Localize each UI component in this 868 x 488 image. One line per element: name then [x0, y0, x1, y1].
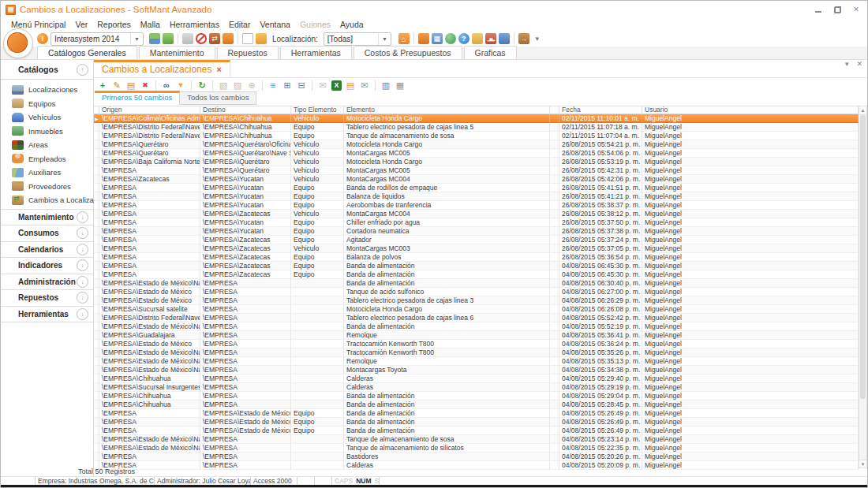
sidebar-item[interactable]: Vehículos — [1, 110, 93, 125]
close-button[interactable]: × — [851, 5, 861, 14]
table-row[interactable]: \EMPRESA\Zacatecas \EMPRESA\Yucatan Vehi… — [94, 175, 859, 184]
grid-toolbar-icon[interactable] — [268, 80, 279, 91]
column-header[interactable]: Destino — [200, 106, 291, 114]
menu-item[interactable]: Guiones — [296, 19, 335, 30]
toolbar-icon[interactable] — [418, 33, 429, 44]
table-row[interactable]: \EMPRESA \EMPRESA\Estado de México\N... … — [94, 418, 859, 427]
grid-toolbar-icon[interactable] — [161, 80, 172, 91]
chevron-down-icon[interactable]: ▼ — [130, 33, 143, 45]
grid-toolbar-icon[interactable] — [191, 80, 192, 91]
toolbar-icon[interactable] — [472, 33, 483, 44]
menu-item[interactable]: Malla — [137, 19, 164, 30]
table-row[interactable]: \EMPRESA \EMPRESA\Zacatecas Equipo Banda… — [94, 262, 859, 270]
grid-toolbar-icon[interactable] — [140, 80, 151, 91]
grid-toolbar-icon[interactable] — [246, 80, 257, 91]
menu-item[interactable]: Ayuda — [336, 19, 368, 30]
toolbar-icon[interactable] — [178, 33, 178, 44]
menu-item[interactable]: Editar — [225, 19, 254, 30]
grid-toolbar-icon[interactable] — [312, 80, 312, 91]
table-row[interactable]: \EMPRESA \EMPRESA\Zacatecas Equipo Balan… — [94, 253, 859, 262]
column-header[interactable]: Fecha — [559, 106, 642, 114]
table-row[interactable]: \EMPRESA \EMPRESA\Yucatan Equipo Chiller… — [94, 218, 859, 227]
grid-toolbar-icon[interactable] — [97, 80, 108, 91]
toolbar-icon[interactable] — [458, 33, 470, 44]
toolbar-icon[interactable] — [485, 33, 496, 44]
table-row[interactable]: \EMPRESA \EMPRESA\Zacatecas Vehiculo Mon… — [94, 210, 859, 218]
grid-toolbar-icon[interactable] — [359, 80, 370, 91]
expand-down-icon[interactable]: ↓ — [77, 292, 88, 304]
table-row[interactable]: \EMPRESA\Estado de México \EMPRESA Tanqu… — [94, 288, 859, 296]
table-row[interactable]: \EMPRESA\Estado de México \EMPRESA Table… — [94, 296, 859, 305]
table-header[interactable]: Origen Destino Tipo Elemento Elemento Fe… — [94, 106, 859, 114]
grid-toolbar-icon[interactable] — [380, 80, 391, 91]
sidebar-section[interactable]: Repuestos ↓ — [1, 289, 93, 306]
toolbar-icon[interactable] — [149, 33, 160, 44]
toolbar-icon[interactable] — [196, 33, 207, 44]
minimize-button[interactable] — [814, 5, 823, 14]
grid-toolbar-icon[interactable] — [212, 80, 213, 91]
toolbar-icon[interactable] — [413, 33, 414, 44]
grid-toolbar-icon[interactable] — [296, 80, 307, 91]
toolbar-icon[interactable] — [242, 33, 253, 44]
table-row[interactable]: \EMPRESA\Chihuahua \EMPRESA Banda de ali… — [94, 392, 859, 400]
table-row[interactable]: \EMPRESA\Estado de México\Nave produ... … — [94, 322, 859, 331]
column-header[interactable]: Origen — [99, 106, 200, 114]
sidebar-item[interactable]: Cambios a Localizaciones — [1, 193, 93, 207]
column-header[interactable]: Tipo Elemento — [291, 106, 344, 114]
ribbon-tab[interactable]: Repuestos — [217, 46, 279, 59]
table-row[interactable]: \EMPRESA \EMPRESA\Yucatan Equipo Banda d… — [94, 184, 859, 192]
table-row[interactable]: \EMPRESA\Guadalajara \EMPRESA Remolque 0… — [94, 331, 859, 340]
toolbar-icon[interactable] — [209, 33, 220, 44]
document-tab[interactable]: Cambios a Localizaciones × — [94, 60, 230, 76]
table-row[interactable]: \EMPRESA \EMPRESA\Yucatan Equipo Cortado… — [94, 227, 859, 236]
table-row[interactable]: \EMPRESA \EMPRESA\Zacatecas Vehiculo Mon… — [94, 244, 859, 253]
table-row[interactable]: \EMPRESA\Estado de México\Nave produ... … — [94, 444, 859, 453]
toolbar-icon[interactable] — [432, 33, 443, 44]
table-row[interactable]: \EMPRESA\Distrito Federal\Nave Distrito … — [94, 132, 859, 140]
collapse-up-icon[interactable]: ↑ — [77, 64, 88, 76]
table-row[interactable]: \EMPRESA\Baja California Norte\Oficinas … — [94, 158, 859, 166]
scrollbar-thumb[interactable] — [860, 115, 866, 399]
toolbar-icon[interactable] — [445, 33, 456, 44]
grid-toolbar-icon[interactable] — [395, 80, 406, 91]
sidebar-item[interactable]: Inmuebles — [1, 125, 93, 139]
expand-down-icon[interactable]: ↓ — [77, 211, 88, 223]
grid-toolbar-icon[interactable] — [175, 80, 186, 91]
scroll-up-icon[interactable]: ▲ — [859, 106, 866, 115]
toolbar-icon[interactable] — [163, 33, 174, 44]
column-header[interactable] — [94, 106, 99, 114]
view-tab[interactable]: Todos los cambios — [180, 91, 256, 105]
restore-button[interactable] — [832, 5, 842, 14]
table-row[interactable]: \EMPRESA\Estado de México\Nave produ... … — [94, 366, 859, 374]
toolbar-icon[interactable] — [398, 33, 410, 44]
sidebar-item[interactable]: Empleados — [1, 152, 93, 166]
table-row[interactable]: \EMPRESA \EMPRESA\Querétaro Vehiculo Mon… — [94, 166, 859, 175]
sidebar-section[interactable]: Consumos ↓ — [1, 225, 93, 241]
toolbar-icon[interactable] — [256, 33, 267, 44]
menu-item[interactable]: Ver — [71, 19, 92, 30]
table-row[interactable]: \EMPRESA\Estado de México\Nave produ... … — [94, 279, 859, 288]
view-tab[interactable]: Primeros 50 cambios — [95, 91, 180, 105]
toolbar-icon[interactable] — [499, 33, 510, 44]
table-row[interactable]: \EMPRESA\Estado de México\Nave produ... … — [94, 348, 859, 357]
scroll-down-icon[interactable]: ▼ — [859, 460, 866, 468]
table-row[interactable]: \EMPRESA\Estado de México\Nave produ... … — [94, 435, 859, 444]
grid-toolbar-icon[interactable] — [262, 80, 263, 91]
ribbon-tab[interactable]: Herramientas — [280, 46, 352, 59]
table-row[interactable]: \EMPRESA\Estado de México\Nave produ... … — [94, 357, 859, 366]
grid-toolbar-icon[interactable] — [232, 80, 243, 91]
ribbon-tab[interactable]: Catálogos Generales — [37, 46, 137, 59]
sidebar-section[interactable]: Administración ↓ — [1, 274, 93, 290]
menu-item[interactable]: Ventana — [256, 19, 294, 30]
column-header[interactable]: Elemento — [344, 106, 550, 114]
chevron-down-icon[interactable]: ▼ — [378, 33, 391, 45]
table-row[interactable]: \EMPRESA \EMPRESA\Yucatan Equipo Balanza… — [94, 192, 859, 201]
toolbar-icon[interactable] — [532, 33, 543, 44]
table-row[interactable]: \EMPRESA\Distrito Federal\Nave Distrito … — [94, 123, 859, 132]
table-row[interactable]: \EMPRESA \EMPRESA\Yucatan Equipo Aerobom… — [94, 201, 859, 210]
ribbon-tab[interactable]: Costos & Presupuestos — [354, 46, 462, 59]
expand-down-icon[interactable]: ↓ — [77, 244, 88, 255]
grid-toolbar-icon[interactable] — [111, 80, 122, 91]
grid-toolbar-icon[interactable] — [331, 80, 342, 91]
sidebar-section[interactable]: Calendarios ↓ — [1, 241, 93, 258]
